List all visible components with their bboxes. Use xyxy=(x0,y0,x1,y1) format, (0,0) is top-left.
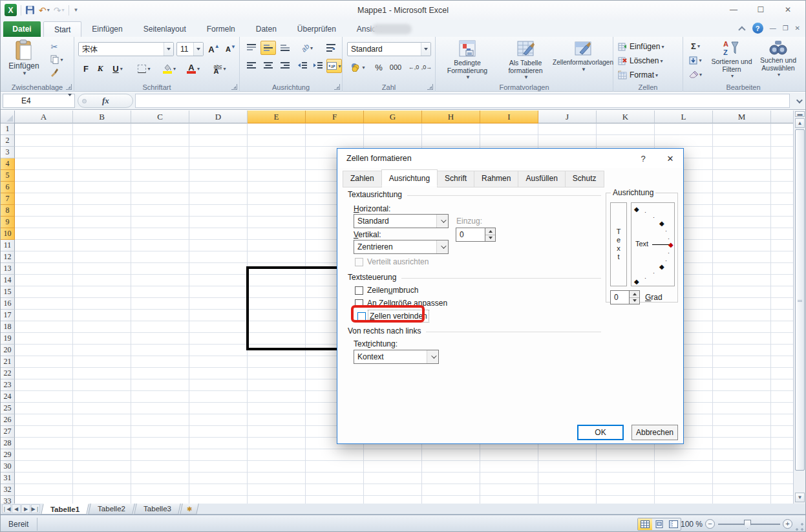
row-header-11[interactable]: 11 xyxy=(1,240,15,251)
workbook-restore-button[interactable]: ❐ xyxy=(783,25,789,32)
copy-button[interactable]: ▾ xyxy=(47,54,67,65)
format-cells-button[interactable]: Format▾ xyxy=(617,69,679,81)
clear-button[interactable]: ▾ xyxy=(686,68,705,81)
name-box[interactable]: E4 xyxy=(3,94,75,108)
align-left-button[interactable] xyxy=(244,59,259,73)
row-header-20[interactable]: 20 xyxy=(1,345,15,356)
decrease-decimal-button[interactable]: ,0→ xyxy=(420,60,433,74)
column-header-J[interactable]: J xyxy=(538,111,597,123)
spin-up-icon[interactable] xyxy=(630,291,639,298)
comma-style-button[interactable]: 000 xyxy=(387,60,405,74)
align-center-button[interactable] xyxy=(260,59,276,73)
cut-button[interactable]: ✂ xyxy=(47,41,61,52)
column-header-N[interactable]: N xyxy=(771,111,794,123)
wrap-text-checkbox[interactable]: Zeilenumbruch xyxy=(355,286,418,295)
clipboard-dialog-launcher[interactable] xyxy=(66,84,72,90)
grow-font-button[interactable]: A▲ xyxy=(206,42,222,56)
vertical-text-box[interactable]: Text xyxy=(610,202,627,286)
expand-formula-bar-button[interactable] xyxy=(792,95,804,107)
formula-input[interactable] xyxy=(135,94,790,108)
degrees-spinner[interactable]: 0 xyxy=(610,290,640,304)
last-sheet-button[interactable]: ▶❘ xyxy=(31,504,40,513)
row-header-21[interactable]: 21 xyxy=(1,356,15,368)
vertical-scrollbar[interactable]: ▬ ▲ ▼ xyxy=(793,111,805,504)
cell-styles-button[interactable]: Zellenformatvorlagen ▼ xyxy=(555,39,611,72)
cancel-button[interactable]: Abbrechen xyxy=(631,425,678,440)
tab-einfügen[interactable]: Einfügen xyxy=(81,21,133,37)
row-header-14[interactable]: 14 xyxy=(1,275,15,286)
row-header-13[interactable]: 13 xyxy=(1,263,15,275)
zoom-out-button[interactable]: − xyxy=(705,519,715,529)
number-format-combo[interactable]: Standard xyxy=(347,42,431,56)
collapse-ribbon-icon[interactable] xyxy=(738,26,745,33)
accounting-format-button[interactable]: ▾ xyxy=(347,60,369,74)
column-header-C[interactable]: C xyxy=(131,111,189,123)
dialog-tab-rahmen[interactable]: Rahmen xyxy=(474,171,518,187)
sheet-tab-tabelle2[interactable]: Tabelle2 xyxy=(88,504,134,515)
row-header-8[interactable]: 8 xyxy=(1,205,15,217)
insert-function-area[interactable]: fx xyxy=(78,94,133,108)
column-header-E[interactable]: E xyxy=(248,111,306,123)
row-header-30[interactable]: 30 xyxy=(1,461,15,473)
help-button[interactable]: ? xyxy=(752,23,763,34)
phonetic-guide-button[interactable]: abc A ▾ xyxy=(207,61,232,76)
row-header-1[interactable]: 1 xyxy=(1,123,15,135)
view-page-break-button[interactable] xyxy=(666,518,681,530)
spin-down-icon[interactable] xyxy=(630,298,639,304)
bottom-align-button[interactable] xyxy=(277,41,293,55)
next-sheet-button[interactable]: ▶ xyxy=(21,504,30,513)
column-header-I[interactable]: I xyxy=(480,111,538,123)
vertical-combo[interactable]: Zentrieren xyxy=(354,240,449,254)
column-header-A[interactable]: A xyxy=(15,111,73,123)
scroll-down-button[interactable]: ▼ xyxy=(795,493,805,502)
sort-filter-button[interactable]: A Z Sortieren und Filtern ▾ xyxy=(709,39,754,79)
horizontal-combo[interactable]: Standard xyxy=(354,214,449,228)
row-header-28[interactable]: 28 xyxy=(1,438,15,449)
row-header-4[interactable]: 4 xyxy=(1,158,15,170)
middle-align-button[interactable] xyxy=(260,41,276,55)
select-all-corner[interactable] xyxy=(1,111,15,123)
dialog-tab-ausfüllen[interactable]: Ausfüllen xyxy=(518,171,565,187)
row-header-16[interactable]: 16 xyxy=(1,298,15,310)
top-align-button[interactable] xyxy=(244,41,259,55)
row-header-9[interactable]: 9 xyxy=(1,217,15,228)
delete-cells-button[interactable]: Löschen▾ xyxy=(617,54,679,67)
prev-sheet-button[interactable]: ◀ xyxy=(12,504,21,513)
row-header-24[interactable]: 24 xyxy=(1,391,15,403)
column-header-M[interactable]: M xyxy=(713,111,771,123)
row-header-23[interactable]: 23 xyxy=(1,379,15,391)
scroll-up-button[interactable]: ▲ xyxy=(795,118,805,128)
row-header-27[interactable]: 27 xyxy=(1,426,15,438)
spin-down-icon[interactable] xyxy=(485,235,495,242)
row-header-25[interactable]: 25 xyxy=(1,403,15,414)
row-header-7[interactable]: 7 xyxy=(1,193,15,205)
resize-grip[interactable] xyxy=(795,522,804,531)
tab-datei[interactable]: Datei xyxy=(3,21,41,37)
text-direction-combo[interactable]: Kontext xyxy=(354,350,439,364)
row-header-12[interactable]: 12 xyxy=(1,251,15,263)
row-header-15[interactable]: 15 xyxy=(1,286,15,298)
format-painter-button[interactable] xyxy=(47,67,61,78)
number-dialog-launcher[interactable] xyxy=(427,84,433,90)
underline-button[interactable]: U▾ xyxy=(108,61,127,76)
column-header-H[interactable]: H xyxy=(422,111,480,123)
maximize-button[interactable]: ☐ xyxy=(747,2,774,17)
dialog-tab-zahlen[interactable]: Zahlen xyxy=(343,171,382,187)
sheet-tab-tabelle1[interactable]: Tabelle1 xyxy=(41,504,89,515)
row-header-18[interactable]: 18 xyxy=(1,321,15,333)
row-header-6[interactable]: 6 xyxy=(1,182,15,193)
conditional-formatting-button[interactable]: Bedingte Formatierung ▼ xyxy=(439,39,496,80)
ok-button[interactable]: OK xyxy=(577,425,624,440)
insert-cells-button[interactable]: Einfügen▾ xyxy=(617,40,679,53)
row-header-33[interactable]: 33 xyxy=(1,496,15,504)
row-header-29[interactable]: 29 xyxy=(1,449,15,461)
column-header-F[interactable]: F xyxy=(306,111,364,123)
tab-start[interactable]: Start xyxy=(43,21,81,37)
row-header-17[interactable]: 17 xyxy=(1,310,15,321)
column-header-L[interactable]: L xyxy=(655,111,713,123)
dialog-help-button[interactable]: ? xyxy=(630,149,656,168)
indent-spinner[interactable]: 0 xyxy=(456,228,496,242)
workbook-minimize-button[interactable]: — xyxy=(770,25,776,32)
tab-daten[interactable]: Daten xyxy=(246,21,287,37)
shrink-font-button[interactable]: A▼ xyxy=(223,42,239,56)
